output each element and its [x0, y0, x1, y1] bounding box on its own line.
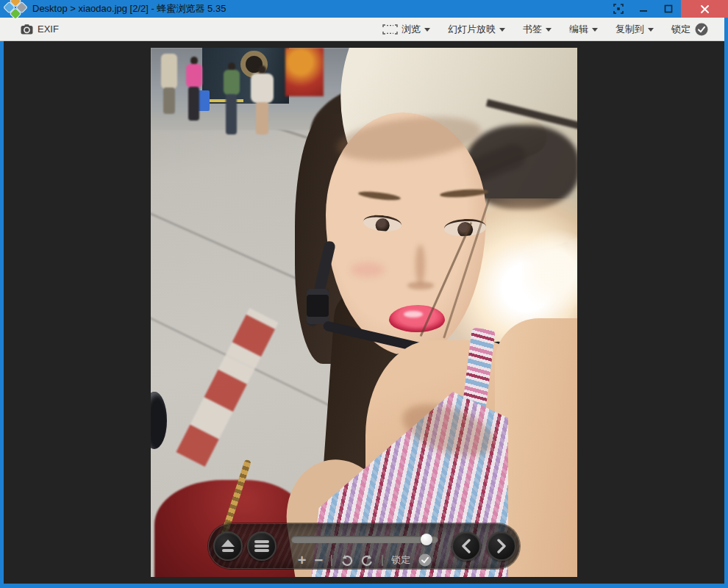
zoom-out-button[interactable]: −: [315, 553, 324, 567]
slider-thumb[interactable]: [421, 534, 432, 545]
hamburger-menu-icon: [254, 539, 270, 553]
app-window: Desktop > xiaodao.jpg [2/2] - 蜂蜜浏览器 5.35: [0, 0, 728, 588]
nose-shadow: [415, 245, 425, 284]
osd-toolbar: + − 锁定: [208, 523, 520, 569]
toolbar: EXIF 浏览 幻灯片放映 书签 编辑: [0, 18, 724, 41]
headlight-glare-small: [522, 223, 577, 318]
zoom-in-button[interactable]: +: [298, 553, 307, 567]
rotate-left-icon: [340, 554, 353, 566]
fit-screen-icon: [382, 24, 398, 35]
cheek-blush: [351, 262, 385, 277]
rotate-left-button[interactable]: [340, 554, 353, 566]
check-circle-icon: [695, 23, 708, 36]
red-lantern-banner: [285, 48, 324, 96]
menu-label: 书签: [523, 23, 542, 36]
pedestrian-pink: [183, 57, 205, 121]
osd-secondary-controls: + − 锁定: [282, 552, 447, 568]
toolbar-menus: 浏览 幻灯片放映 书签 编辑 复制到 锁定: [371, 20, 711, 39]
chevron-down-icon: [499, 28, 505, 32]
menu-copy-to[interactable]: 复制到: [610, 20, 660, 39]
eject-button[interactable]: [213, 531, 243, 561]
viewer-area: + − 锁定: [4, 41, 724, 584]
titlebar[interactable]: Desktop > xiaodao.jpg [2/2] - 蜂蜜浏览器 5.35: [0, 0, 728, 18]
nose-tip-shade: [407, 282, 434, 290]
camera-icon: [21, 24, 33, 35]
menu-label: 编辑: [569, 23, 588, 36]
minimize-icon: [639, 4, 648, 13]
pedestrian-beige: [157, 48, 180, 118]
chevron-down-icon: [546, 28, 552, 32]
lock-label: 锁定: [671, 23, 690, 36]
check-circle-icon: [418, 553, 432, 567]
zoom-slider[interactable]: [291, 536, 438, 543]
fullscreen-icon: [613, 4, 624, 14]
lips: [389, 305, 445, 332]
close-button[interactable]: [681, 0, 728, 18]
fullscreen-button[interactable]: [606, 0, 631, 18]
osd-lock-label: 锁定: [391, 553, 410, 567]
menu-bookmarks[interactable]: 书签: [517, 20, 557, 39]
close-icon: [700, 4, 710, 14]
photo-canvas[interactable]: [151, 48, 577, 577]
divider: [382, 555, 383, 566]
chin-strap-buckle: [307, 289, 329, 324]
chevron-right-icon: [496, 539, 507, 553]
menu-edit[interactable]: 编辑: [563, 20, 604, 39]
lip-highlight: [404, 311, 423, 318]
lock-toggle[interactable]: 锁定: [665, 20, 711, 39]
chevron-left-icon: [460, 539, 472, 553]
chevron-down-icon: [424, 28, 430, 32]
maximize-icon: [664, 4, 673, 13]
menu-slideshow[interactable]: 幻灯片放映: [442, 20, 511, 39]
maximize-button[interactable]: [656, 0, 681, 18]
minimize-button[interactable]: [631, 0, 656, 18]
rotate-right-icon: [361, 554, 374, 566]
osd-menu-button[interactable]: [247, 531, 276, 561]
window-title: Desktop > xiaodao.jpg [2/2] - 蜂蜜浏览器 5.35: [32, 2, 226, 15]
chevron-down-icon: [592, 28, 598, 32]
pedestrian-green: [220, 62, 243, 136]
chevron-down-icon: [648, 28, 654, 32]
window-controls: [606, 0, 728, 18]
exif-label: EXIF: [38, 24, 59, 35]
osd-lock-toggle[interactable]: [418, 553, 432, 567]
menu-label: 幻灯片放映: [448, 23, 496, 36]
rotate-right-button[interactable]: [361, 554, 374, 566]
pedestrian-white-jacket: [249, 65, 276, 139]
menu-label: 浏览: [402, 23, 421, 36]
eject-icon: [220, 539, 236, 553]
menu-label: 复制到: [615, 23, 644, 36]
exif-button[interactable]: EXIF: [16, 21, 63, 37]
divider: [331, 555, 332, 566]
next-image-button[interactable]: [487, 531, 516, 561]
previous-image-button[interactable]: [452, 531, 481, 561]
menu-browse[interactable]: 浏览: [377, 20, 436, 39]
